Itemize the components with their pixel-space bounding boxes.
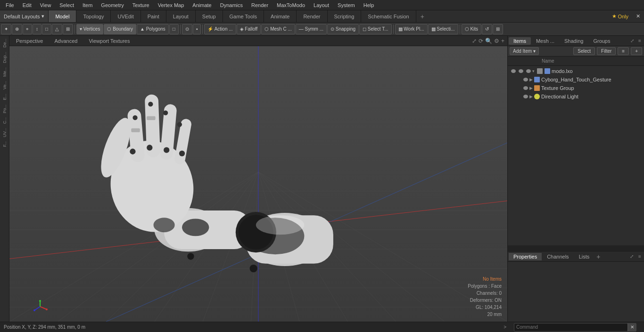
panel-tab-mesh[interactable]: Mesh ... — [531, 37, 559, 45]
sidebar-item-ve[interactable]: Ve... — [1, 79, 8, 91]
panel-tab-shading[interactable]: Shading — [560, 37, 588, 45]
menu-item[interactable]: Item — [79, 1, 96, 9]
menu-animate[interactable]: Animate — [189, 1, 215, 9]
sidebar-item-me[interactable]: Me... — [1, 65, 8, 79]
command-input[interactable] — [514, 324, 627, 330]
select-lasso-btn[interactable]: △ — [52, 24, 62, 34]
list-item[interactable]: ▾ modo.lxo — [508, 67, 644, 75]
lower-expand-icon[interactable]: ⤢ — [628, 253, 635, 260]
sidebar-item-f[interactable]: F... — [1, 139, 8, 149]
panel-icon-more[interactable]: ≡ — [636, 38, 643, 44]
items-menu-btn[interactable]: ≡ — [618, 47, 629, 55]
panel-tab-items[interactable]: Items — [509, 37, 531, 45]
menu-help[interactable]: Help — [360, 1, 378, 9]
layout-tab-uvedit[interactable]: UVEdit — [111, 10, 140, 22]
command-prompt[interactable]: ✕ — [514, 323, 636, 332]
layout-tab-scripting[interactable]: Scripting — [328, 10, 362, 22]
select-rect-btn[interactable]: □ — [42, 24, 51, 34]
viewport-tab-perspective[interactable]: Perspective — [12, 37, 47, 45]
kits-btn[interactable]: ⬡ Kits — [462, 24, 481, 34]
layout-star-filter[interactable]: ★ Only — [608, 13, 632, 19]
layout-tab-setup[interactable]: Setup — [196, 10, 223, 22]
expand-icon[interactable]: ▶ — [529, 86, 534, 90]
workplane-btn[interactable]: ▦ Work Pl... — [395, 24, 428, 34]
lower-tab-channels[interactable]: Channels — [542, 253, 573, 260]
layout-dropdown[interactable]: Default Layouts ▾ — [0, 10, 49, 22]
sidebar-item-dup[interactable]: Dup... — [1, 50, 8, 65]
expand-icon[interactable]: ▾ — [532, 69, 537, 73]
vertices-btn[interactable]: ▾ Vertices — [76, 24, 103, 34]
layout-tab-render[interactable]: Render — [297, 10, 327, 22]
undo-icon-btn[interactable]: ↺ — [482, 24, 492, 34]
selection-btn[interactable]: ▦ Selecti... — [428, 24, 458, 34]
panel-tab-groups[interactable]: Groups — [588, 37, 615, 45]
viewport-canvas[interactable]: No Items Polygons : Face Channels: 0 Def… — [9, 46, 507, 322]
lower-tab-properties[interactable]: Properties — [509, 253, 542, 260]
menu-geometry[interactable]: Geometry — [97, 1, 127, 9]
select-type-btn[interactable]: ◻ Select T... — [359, 24, 392, 34]
layout-tab-add[interactable]: + — [416, 10, 429, 22]
boundary-btn[interactable]: ⬡ Boundary — [104, 24, 136, 34]
symmetry-btn[interactable]: — Symm ... — [296, 24, 327, 34]
lower-more-icon[interactable]: ≡ — [636, 253, 643, 260]
viewport-tab-textures[interactable]: Viewport Textures — [85, 37, 133, 45]
items-select-btn[interactable]: Select — [573, 47, 595, 55]
list-item[interactable]: ▶ Texture Group — [508, 84, 644, 92]
menu-layout[interactable]: Layout — [310, 1, 333, 9]
viewport[interactable]: Perspective Advanced Viewport Textures ⤢… — [9, 36, 507, 322]
viewport-icon-arrows[interactable]: ⤢ — [472, 38, 477, 44]
layout-tab-schematic-fusion[interactable]: Schematic Fusion — [361, 10, 416, 22]
expand-icon[interactable]: ▶ — [529, 94, 534, 99]
lower-tab-lists[interactable]: Lists — [574, 253, 594, 260]
items-add-btn[interactable]: + — [631, 47, 642, 55]
items-filter-btn[interactable]: Filter — [597, 47, 616, 55]
layout-tab-topology[interactable]: Topology — [76, 10, 111, 22]
layout-expand-btn[interactable]: ⊞ — [493, 24, 503, 34]
menu-system[interactable]: System — [334, 1, 359, 9]
mesh-mode-btn[interactable]: □ — [169, 24, 179, 34]
item-vis-1[interactable] — [510, 69, 517, 73]
sidebar-item-uv[interactable]: UV... — [1, 126, 8, 139]
layout-tab-paint[interactable]: Paint — [141, 10, 166, 22]
viewport-icon-search[interactable]: 🔍 — [485, 38, 492, 44]
sidebar-item-de[interactable]: De... — [1, 37, 8, 49]
render-preview-btn[interactable]: ⊙ — [182, 24, 192, 34]
viewport-icon-plus[interactable]: + — [501, 38, 504, 44]
menu-view[interactable]: View — [36, 1, 55, 9]
menu-edit[interactable]: Edit — [19, 1, 35, 9]
menu-maxtomode[interactable]: MaxToModo — [273, 1, 309, 9]
item-vis-1[interactable] — [522, 95, 529, 98]
items-list[interactable]: ▾ modo.lxo ▶ Cyborg_Hand_Touch_Gesture ▶… — [508, 66, 644, 245]
sidebar-item-e[interactable]: E... — [1, 92, 8, 102]
expand-icon[interactable]: ▶ — [529, 77, 534, 82]
viewport-icon-gear[interactable]: ⚙ — [494, 38, 499, 44]
list-item[interactable]: ▶ Directional Light — [508, 92, 644, 101]
viewport-tab-advanced[interactable]: Advanced — [50, 37, 81, 45]
menu-vertex-map[interactable]: Vertex Map — [154, 1, 188, 9]
action-btn[interactable]: ⚡ Action ... — [204, 24, 236, 34]
transform-btn[interactable]: ↕ — [33, 24, 41, 34]
panel-icon-expand[interactable]: ⤢ — [629, 38, 636, 44]
snapping-btn[interactable]: ⊙ Snapping — [327, 24, 359, 34]
lower-tab-add[interactable]: + — [596, 253, 600, 260]
item-vis-2[interactable] — [517, 69, 525, 73]
item-vis-3[interactable] — [525, 69, 532, 73]
menu-select[interactable]: Select — [56, 1, 78, 9]
polygons-btn[interactable]: ▲ Polygons — [137, 24, 169, 34]
falloff-btn[interactable]: ◈ Falloff — [237, 24, 261, 34]
menu-file[interactable]: File — [2, 1, 18, 9]
add-item-dropdown[interactable]: Add Item ▾ — [510, 47, 539, 55]
viewport-icon-refresh[interactable]: ⟳ — [479, 38, 483, 44]
items-scrollbar[interactable] — [508, 245, 644, 249]
sidebar-item-po[interactable]: Po... — [1, 103, 8, 115]
menu-render[interactable]: Render — [248, 1, 272, 9]
symmetry-small-btn[interactable]: ⊞ — [63, 24, 73, 34]
workplane-small-btn[interactable]: ⌖ — [23, 24, 32, 34]
sidebar-item-c[interactable]: C... — [1, 115, 8, 126]
layout-tab-game-tools[interactable]: Game Tools — [223, 10, 264, 22]
layout-tab-model[interactable]: Model — [49, 10, 76, 22]
viewport-style-btn[interactable]: ▪ — [193, 24, 201, 34]
origin-btn[interactable]: ⊕ — [12, 24, 22, 34]
layout-end-btn[interactable]: ✕ — [632, 13, 644, 19]
item-vis-1[interactable] — [522, 86, 529, 90]
